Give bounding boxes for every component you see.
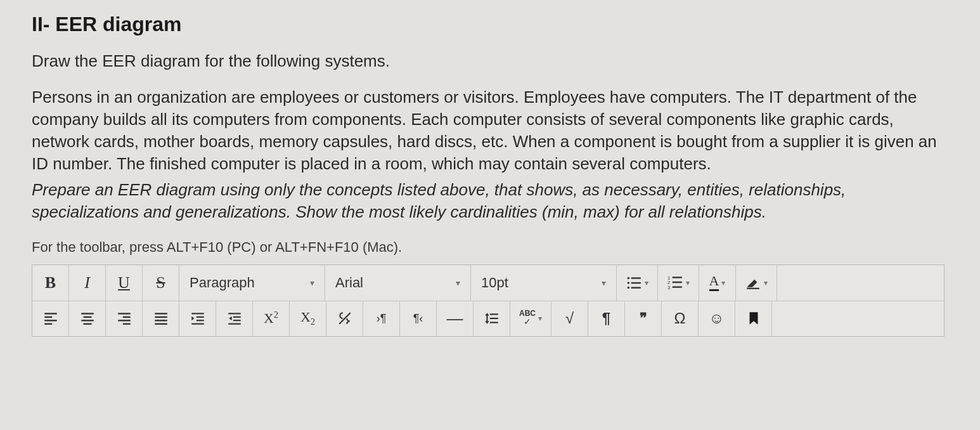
font-size-select[interactable]: 10pt ▾ bbox=[471, 265, 617, 301]
formula-button[interactable]: √ bbox=[551, 301, 588, 336]
underline-button[interactable]: U bbox=[106, 265, 143, 301]
align-right-button[interactable] bbox=[106, 301, 143, 336]
rtl-button[interactable]: ¶‹ bbox=[400, 301, 437, 336]
align-center-button[interactable] bbox=[69, 301, 106, 336]
svg-rect-9 bbox=[673, 277, 682, 278]
ltr-button[interactable]: ›¶ bbox=[363, 301, 400, 336]
align-justify-icon bbox=[153, 310, 169, 327]
unordered-list-button[interactable]: ▾ bbox=[617, 265, 658, 301]
svg-rect-3 bbox=[631, 277, 641, 278]
line-height-icon bbox=[484, 310, 500, 327]
svg-rect-33 bbox=[228, 313, 241, 314]
remove-link-button[interactable] bbox=[326, 301, 363, 336]
svg-rect-12 bbox=[747, 287, 759, 289]
svg-rect-35 bbox=[233, 320, 240, 321]
highlight-color-button[interactable]: ▾ bbox=[736, 265, 777, 301]
svg-rect-24 bbox=[122, 323, 130, 325]
align-left-button[interactable] bbox=[32, 301, 69, 336]
bold-glyph: B bbox=[45, 273, 56, 292]
toolbar-row-2: X2 X2 ›¶ ¶‹ — ABC ✓ bbox=[32, 301, 944, 336]
svg-rect-29 bbox=[191, 313, 204, 314]
svg-rect-4 bbox=[631, 282, 641, 283]
svg-rect-26 bbox=[155, 316, 167, 318]
svg-rect-30 bbox=[196, 316, 203, 318]
line-height-button[interactable] bbox=[474, 301, 510, 336]
align-center-icon bbox=[79, 310, 96, 327]
ordered-list-button[interactable]: 123 ▾ bbox=[658, 265, 699, 301]
strikethrough-button[interactable]: S bbox=[143, 265, 179, 301]
svg-rect-34 bbox=[233, 316, 240, 318]
svg-rect-40 bbox=[489, 322, 498, 323]
emoji-button[interactable]: ☺ bbox=[699, 301, 735, 336]
show-paragraph-button[interactable]: ¶ bbox=[588, 301, 625, 336]
text-color-icon: A bbox=[709, 274, 719, 291]
spellcheck-icon: ABC ✓ bbox=[519, 310, 536, 327]
align-right-icon bbox=[116, 310, 132, 327]
indent-button[interactable] bbox=[179, 301, 216, 336]
bookmark-icon bbox=[745, 310, 762, 327]
svg-rect-25 bbox=[155, 313, 167, 314]
bullet-list-icon bbox=[626, 275, 642, 291]
pilcrow-icon: ¶ bbox=[602, 309, 610, 327]
numbered-list-icon: 123 bbox=[667, 275, 683, 291]
font-family-select[interactable]: Arial ▾ bbox=[325, 265, 471, 301]
paragraph-format-select[interactable]: Paragraph ▾ bbox=[179, 265, 325, 301]
svg-rect-18 bbox=[83, 316, 91, 318]
svg-rect-39 bbox=[489, 318, 498, 319]
bookmark-button[interactable] bbox=[735, 301, 772, 336]
unlink-icon bbox=[337, 310, 353, 327]
svg-rect-10 bbox=[673, 281, 682, 282]
align-left-icon bbox=[42, 310, 59, 327]
svg-rect-28 bbox=[155, 323, 167, 325]
ltr-icon: ›¶ bbox=[377, 312, 387, 325]
svg-rect-20 bbox=[83, 323, 91, 325]
section-heading: II- EER diagram bbox=[32, 13, 945, 36]
superscript-button[interactable]: X2 bbox=[253, 301, 290, 336]
paragraph-format-label: Paragraph bbox=[190, 275, 255, 291]
chevron-down-icon: ▾ bbox=[686, 278, 690, 287]
svg-rect-17 bbox=[81, 313, 94, 314]
svg-rect-32 bbox=[191, 323, 204, 325]
outdent-button[interactable] bbox=[216, 301, 253, 336]
italic-button[interactable]: I bbox=[69, 265, 106, 301]
svg-point-2 bbox=[628, 286, 629, 288]
chevron-down-icon: ▾ bbox=[602, 278, 606, 288]
smiley-icon: ☺ bbox=[709, 309, 725, 327]
svg-rect-36 bbox=[228, 323, 241, 325]
svg-point-1 bbox=[628, 282, 629, 283]
underline-glyph: U bbox=[118, 273, 130, 292]
subscript-icon: X2 bbox=[300, 309, 315, 327]
rtl-icon: ¶‹ bbox=[413, 312, 423, 325]
svg-rect-21 bbox=[118, 313, 131, 314]
text-color-button[interactable]: A ▾ bbox=[699, 265, 736, 301]
svg-text:3: 3 bbox=[667, 284, 670, 290]
svg-rect-31 bbox=[196, 320, 203, 321]
special-character-button[interactable]: Ω bbox=[662, 301, 699, 336]
svg-rect-19 bbox=[81, 320, 94, 321]
horizontal-rule-button[interactable]: — bbox=[437, 301, 474, 336]
chevron-down-icon: ▾ bbox=[645, 278, 648, 287]
align-justify-button[interactable] bbox=[143, 301, 179, 336]
superscript-icon: X2 bbox=[264, 310, 278, 327]
intro-text: Draw the EER diagram for the following s… bbox=[32, 51, 945, 71]
svg-rect-11 bbox=[673, 286, 682, 287]
svg-rect-38 bbox=[489, 313, 498, 315]
svg-rect-5 bbox=[631, 287, 641, 288]
font-family-label: Arial bbox=[335, 275, 363, 291]
chevron-down-icon: ▾ bbox=[764, 278, 768, 287]
editor-toolbar: B I U S Paragraph ▾ Arial ▾ 10pt ▾ ▾ 123 bbox=[32, 264, 945, 337]
chevron-down-icon: ▾ bbox=[538, 314, 542, 323]
bold-button[interactable]: B bbox=[32, 265, 69, 301]
subscript-button[interactable]: X2 bbox=[290, 301, 326, 336]
spellcheck-button[interactable]: ABC ✓ ▾ bbox=[510, 301, 551, 336]
chevron-down-icon: ▾ bbox=[456, 278, 460, 288]
problem-description: Persons in an organization are employees… bbox=[32, 86, 945, 175]
chevron-down-icon: ▾ bbox=[721, 278, 725, 287]
svg-rect-22 bbox=[122, 316, 130, 318]
horizontal-rule-icon: — bbox=[447, 309, 463, 329]
blockquote-button[interactable]: ❞ bbox=[625, 301, 662, 336]
chevron-down-icon: ▾ bbox=[310, 278, 314, 288]
square-root-icon: √ bbox=[565, 309, 574, 327]
svg-point-0 bbox=[628, 277, 629, 278]
highlight-icon bbox=[745, 275, 761, 291]
